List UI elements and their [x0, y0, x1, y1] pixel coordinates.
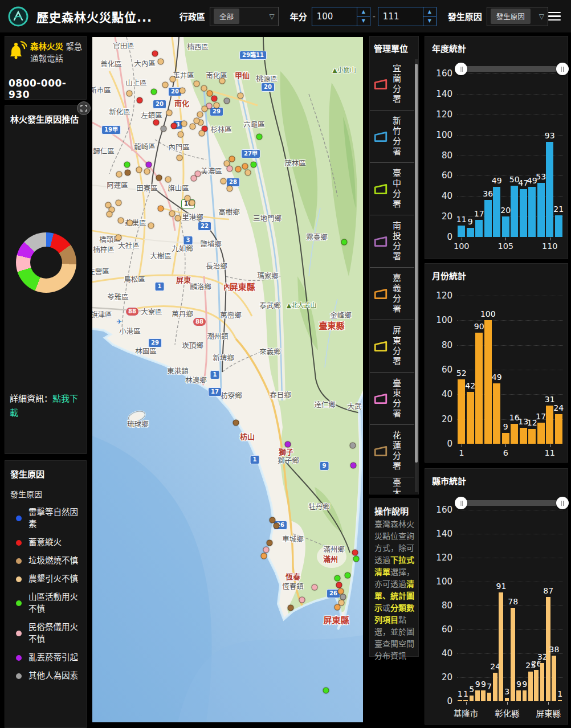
bar[interactable]	[555, 215, 562, 237]
fire-marker[interactable]	[116, 171, 123, 178]
fire-marker[interactable]	[238, 93, 244, 99]
bar[interactable]	[511, 186, 518, 237]
fire-marker[interactable]	[137, 97, 143, 104]
bar[interactable]	[523, 690, 527, 701]
range-slider-track[interactable]	[455, 500, 569, 506]
fire-marker[interactable]	[227, 186, 233, 192]
bar[interactable]	[537, 423, 545, 444]
bar[interactable]	[516, 690, 521, 701]
legend-item[interactable]: 垃圾燃燒不慎	[10, 555, 83, 567]
fire-marker[interactable]	[194, 81, 200, 87]
fire-marker[interactable]	[352, 550, 358, 556]
legend-item[interactable]: 亂丟菸蒂引起	[10, 652, 83, 664]
fire-marker[interactable]	[177, 155, 183, 161]
fire-marker[interactable]	[162, 82, 169, 88]
legend-item[interactable]: 山區活動用火不慎	[10, 591, 83, 615]
fire-marker[interactable]	[158, 59, 164, 65]
fire-marker[interactable]	[118, 218, 124, 224]
range-slider-handle-right[interactable]	[556, 63, 569, 75]
fire-marker[interactable]	[201, 85, 207, 92]
fire-marker[interactable]	[125, 170, 131, 176]
fire-marker[interactable]	[341, 239, 348, 246]
spinner-down-icon[interactable]: ▼	[357, 16, 370, 26]
fire-marker[interactable]	[224, 98, 230, 104]
fire-marker[interactable]	[116, 200, 122, 206]
bar[interactable]	[458, 700, 462, 701]
fire-marker[interactable]	[156, 175, 162, 181]
cause-select[interactable]: 發生原因 ▽	[487, 7, 548, 26]
management-unit-item[interactable]: 嘉義分署	[370, 268, 414, 320]
bar[interactable]	[487, 693, 492, 701]
fire-marker[interactable]	[153, 120, 160, 126]
district-select[interactable]: 全部 ▽	[210, 7, 279, 26]
legend-item[interactable]: 其他人為因素	[10, 670, 83, 682]
fire-marker[interactable]	[127, 91, 133, 97]
fire-marker[interactable]	[251, 162, 257, 168]
bar[interactable]	[458, 226, 465, 237]
fire-marker[interactable]	[180, 88, 186, 94]
bar[interactable]	[520, 189, 527, 237]
bar[interactable]	[528, 187, 536, 237]
bar[interactable]	[528, 672, 533, 702]
range-slider-track[interactable]	[455, 66, 569, 72]
fire-marker[interactable]	[245, 170, 251, 176]
bar[interactable]	[528, 429, 536, 444]
bar[interactable]	[458, 379, 465, 444]
scrollbar-track[interactable]	[415, 59, 418, 492]
bar[interactable]	[481, 690, 486, 701]
bar[interactable]	[546, 142, 553, 237]
fire-marker[interactable]	[285, 441, 291, 448]
bar[interactable]	[505, 698, 509, 701]
legend-item[interactable]: 民俗祭儀用火不慎	[10, 621, 83, 645]
management-unit-item[interactable]: 臺大實驗林	[370, 477, 414, 494]
bar[interactable]	[502, 433, 509, 444]
management-unit-item[interactable]: 南投分署	[370, 215, 414, 268]
bar[interactable]	[493, 383, 500, 444]
range-slider-handle-right[interactable]	[556, 497, 569, 509]
fire-marker[interactable]	[299, 597, 305, 603]
bar[interactable]	[546, 406, 553, 444]
bar[interactable]	[511, 608, 515, 701]
fire-marker[interactable]	[170, 76, 176, 83]
bar[interactable]	[475, 690, 480, 701]
bar[interactable]	[520, 428, 527, 444]
fire-marker[interactable]	[175, 215, 181, 222]
spinner-up-icon[interactable]: ▲	[423, 7, 436, 17]
bar[interactable]	[546, 597, 550, 701]
fire-marker[interactable]	[181, 121, 187, 127]
fire-marker[interactable]	[161, 126, 167, 132]
bar[interactable]	[484, 200, 492, 237]
bar[interactable]	[475, 220, 483, 237]
range-slider-handle-left[interactable]	[455, 63, 467, 75]
management-unit-item[interactable]: 臺東分署	[370, 373, 414, 425]
expand-icon[interactable]	[77, 101, 91, 115]
bar[interactable]	[552, 656, 556, 701]
spinner-down-icon[interactable]: ▼	[423, 16, 436, 26]
fire-marker[interactable]	[151, 89, 157, 95]
legend-item[interactable]: 蓄意縱火	[10, 537, 83, 549]
fire-marker[interactable]	[190, 124, 196, 130]
fire-marker[interactable]	[288, 605, 294, 611]
fire-marker[interactable]	[214, 103, 220, 109]
fire-marker[interactable]	[261, 553, 267, 559]
fire-marker[interactable]	[148, 223, 154, 229]
fire-marker[interactable]	[144, 169, 150, 175]
year-to-input[interactable]: 111 ▲ ▼	[378, 7, 437, 26]
fire-marker[interactable]	[267, 540, 273, 546]
fire-marker[interactable]	[171, 123, 177, 129]
map-canvas[interactable]: 官田區楠西區大內區玉井區南化區甲仙桃源區▲小關山善化區山上區新市區南化新化區左鎮…	[92, 37, 363, 722]
fire-marker[interactable]	[350, 443, 356, 449]
year-from-value[interactable]: 100	[312, 7, 357, 26]
fire-marker[interactable]	[235, 166, 242, 173]
bar[interactable]	[534, 670, 539, 701]
fire-marker[interactable]	[229, 156, 235, 162]
bar[interactable]	[484, 320, 492, 444]
fire-marker[interactable]	[194, 118, 200, 124]
fire-marker[interactable]	[199, 130, 205, 137]
bar[interactable]	[470, 696, 474, 702]
bar[interactable]	[463, 700, 468, 701]
fire-marker[interactable]	[178, 132, 184, 138]
legend-item[interactable]: 農墾引火不慎	[10, 573, 83, 585]
fire-marker[interactable]	[350, 463, 357, 469]
bar[interactable]	[493, 187, 500, 237]
